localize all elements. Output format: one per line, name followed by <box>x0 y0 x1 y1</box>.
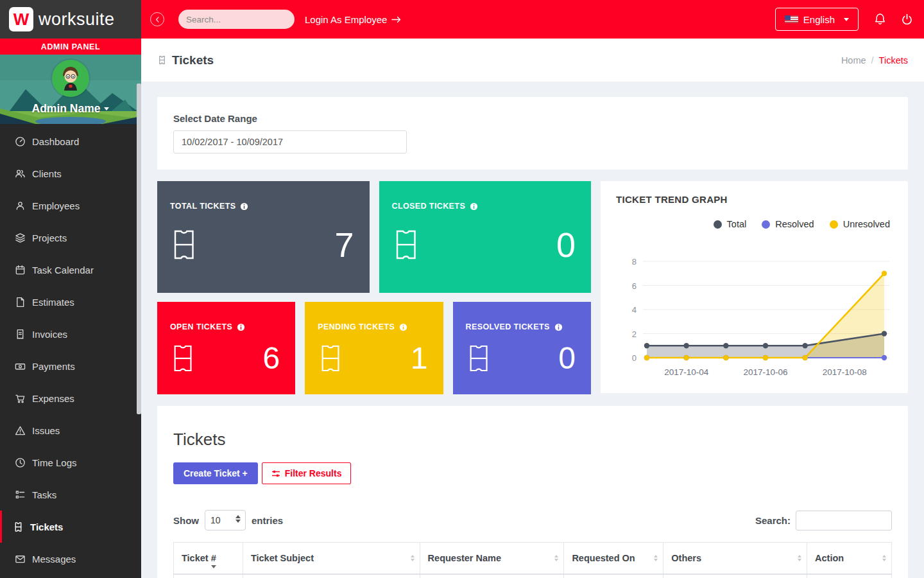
notifications-button[interactable] <box>866 0 893 39</box>
topbar: W worksuite Login As Employee English <box>0 0 924 39</box>
login-as-employee-link[interactable]: Login As Employee <box>305 14 402 25</box>
stat-value: 6 <box>263 343 280 374</box>
sidebar-item-invoices[interactable]: Invoices <box>0 318 141 350</box>
envelope-icon <box>15 554 26 565</box>
chevron-down-icon <box>104 107 109 110</box>
sidebar-item-employees[interactable]: Employees <box>0 189 141 222</box>
stat-cards: TOTAL TICKETS 7 CLOSED TICKETS <box>157 181 591 394</box>
ticket-icon <box>173 344 197 373</box>
ticket-icon <box>395 229 422 261</box>
app-title: worksuite <box>38 10 115 30</box>
banknote-icon <box>15 361 26 372</box>
column-header-action[interactable]: Action <box>807 543 892 575</box>
stat-card-pending-tickets: PENDING TICKETS 1 <box>305 302 443 394</box>
cell-requested-on: 03 Oct 2017 07:20 <box>564 574 663 578</box>
sidebar-item-messages[interactable]: Messages <box>0 543 141 575</box>
legend-unresolved[interactable]: Unresolved <box>830 219 890 229</box>
language-selector[interactable]: English <box>775 8 859 31</box>
avatar[interactable] <box>52 60 89 97</box>
info-icon[interactable] <box>399 323 407 331</box>
cell-others: Agent: Admin Name <box>663 574 807 578</box>
cell-subject: Ticket 7 <box>243 574 420 578</box>
logout-button[interactable] <box>893 0 920 39</box>
back-arrow-icon <box>154 16 161 23</box>
sort-icon <box>882 555 886 561</box>
info-icon[interactable] <box>470 202 478 211</box>
user-menu[interactable]: Admin Name <box>32 102 110 116</box>
gauge-icon <box>15 136 26 147</box>
legend-dot-unresolved <box>830 220 838 229</box>
create-ticket-button[interactable]: Create Ticket + <box>173 462 258 484</box>
stat-card-resolved-tickets: RESOLVED TICKETS 0 <box>453 302 591 394</box>
table-controls: Show 10 entries Search: <box>173 510 892 530</box>
date-range-card: Select Date Range <box>157 97 908 170</box>
svg-text:2017-10-04: 2017-10-04 <box>664 367 709 377</box>
sidebar-scrollbar[interactable] <box>137 83 141 414</box>
sort-icon <box>554 555 558 561</box>
ticket-icon <box>173 229 200 261</box>
sidebar-item-issues[interactable]: Issues <box>0 414 141 446</box>
content-area: Select Date Range TOTAL TICKETS 7 <box>141 82 924 578</box>
sidebar-item-dashboard[interactable]: Dashboard <box>0 125 141 157</box>
app-root: W worksuite Login As Employee English <box>0 0 924 578</box>
ticket-icon <box>468 344 493 373</box>
logo[interactable]: W worksuite <box>0 0 141 39</box>
breadcrumb: Home / Tickets <box>841 55 908 66</box>
stats-section: TOTAL TICKETS 7 CLOSED TICKETS <box>157 181 908 394</box>
ticket-trend-chart-card: TICKET TREND GRAPH Total Resolved Unreso… <box>601 181 908 393</box>
info-icon[interactable] <box>237 323 245 331</box>
bell-icon <box>874 13 886 26</box>
admin-panel-badge: ADMIN PANEL <box>0 39 141 55</box>
sidebar: ADMIN PANEL <box>0 39 141 578</box>
sidebar-collapse-button[interactable] <box>150 12 164 26</box>
stat-value: 0 <box>558 343 576 374</box>
column-header-subject[interactable]: Ticket Subject <box>243 543 420 575</box>
sidebar-item-time-logs[interactable]: Time Logs <box>0 446 141 478</box>
stat-value: 1 <box>411 343 428 374</box>
sidebar-item-clients[interactable]: Clients <box>0 157 141 189</box>
column-header-requester[interactable]: Requester Name <box>420 543 564 575</box>
sidebar-item-expenses[interactable]: Expenses <box>0 382 141 414</box>
page-title: Tickets <box>157 53 214 67</box>
file-icon <box>15 297 26 308</box>
avatar-image <box>52 60 89 97</box>
column-header-others[interactable]: Others <box>663 543 807 575</box>
info-icon[interactable] <box>554 323 563 331</box>
spinner-arrows-icon <box>235 515 241 523</box>
svg-text:2: 2 <box>632 329 637 339</box>
global-search <box>178 10 295 29</box>
stat-card-closed-tickets: CLOSED TICKETS 0 <box>379 181 592 293</box>
layers-icon <box>15 232 26 243</box>
svg-text:4: 4 <box>632 305 637 315</box>
column-header-ticket-no[interactable]: Ticket # <box>174 543 243 575</box>
stat-card-open-tickets: OPEN TICKETS 6 <box>157 302 295 394</box>
legend-total[interactable]: Total <box>714 219 747 229</box>
sidebar-item-tickets[interactable]: Tickets <box>0 511 141 543</box>
sidebar-item-tasks[interactable]: Tasks <box>0 478 141 511</box>
search-input[interactable] <box>186 15 300 24</box>
filter-results-button[interactable]: Filter Results <box>262 462 352 484</box>
entries-select[interactable]: 10 <box>205 510 246 530</box>
profile-block: Admin Name <box>0 55 141 124</box>
breadcrumb-current: Tickets <box>879 55 908 66</box>
legend-resolved[interactable]: Resolved <box>762 219 814 229</box>
sidebar-item-task-calendar[interactable]: Task Calendar <box>0 254 141 286</box>
chart-title: TICKET TREND GRAPH <box>616 194 893 205</box>
svg-text:8: 8 <box>632 257 637 267</box>
date-range-input[interactable] <box>173 130 407 153</box>
page-header: Tickets Home / Tickets <box>141 39 924 82</box>
sidebar-item-projects[interactable]: Projects <box>0 222 141 254</box>
breadcrumb-home-link[interactable]: Home <box>841 55 866 66</box>
info-icon[interactable] <box>240 202 248 211</box>
sidebar-item-estimates[interactable]: Estimates <box>0 286 141 318</box>
warning-icon <box>15 425 26 436</box>
column-header-requested-on[interactable]: Requested On <box>564 543 663 575</box>
chevron-down-icon <box>844 18 849 21</box>
topbar-main: Login As Employee English <box>141 0 924 39</box>
main-content: Tickets Home / Tickets Select Date Range… <box>141 39 924 578</box>
table-row: 7 Ticket 7 Maximillia Gleichner 03 Oct 2… <box>174 574 892 578</box>
sidebar-item-payments[interactable]: Payments <box>0 350 141 382</box>
table-search-input[interactable] <box>796 511 892 530</box>
sort-desc-icon <box>211 565 216 568</box>
sidebar-menu: Dashboard Clients Employees Projects Tas… <box>0 124 141 575</box>
